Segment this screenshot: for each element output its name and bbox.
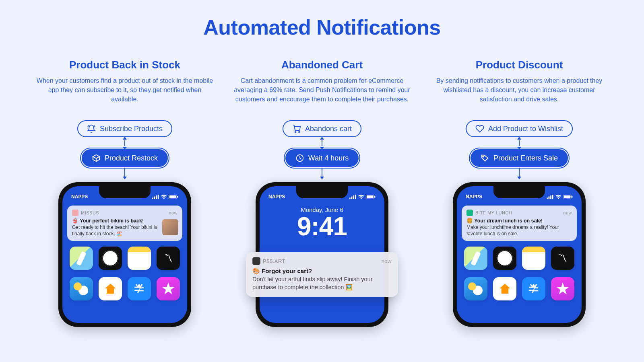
flow-diagram: Add Product to Wishlist Product Enters S…	[453, 120, 586, 327]
svg-rect-24	[572, 196, 572, 198]
column-description: When your customers find a product out o…	[36, 76, 213, 114]
column-title: Product Discount	[476, 59, 563, 71]
pill-label: Subscribe Products	[100, 125, 163, 133]
app-icon-itunes: ★	[551, 277, 574, 300]
notification-body: Don't let your artful finds slip away! F…	[252, 276, 392, 291]
pill-label: Product Enters Sale	[493, 154, 558, 162]
status-indicators	[547, 195, 573, 199]
app-icon-clock	[493, 247, 516, 270]
flow-connector	[322, 167, 322, 179]
notification-card: BITE MY LUNCH now 🍔 Your dream lunch is …	[462, 206, 577, 241]
battery-icon	[366, 195, 376, 199]
svg-rect-0	[152, 197, 153, 199]
status-indicators	[349, 195, 376, 199]
pill-label: Product Restock	[105, 154, 158, 162]
signal-icon	[349, 195, 356, 199]
notification-app-icon	[72, 210, 78, 216]
phone-mockup: NAPPS MISSUS now 👙 Your p	[58, 182, 191, 327]
page-title: Automated Notifications	[0, 0, 644, 39]
column-title: Product Back in Stock	[69, 59, 180, 71]
pill-label: Add Product to Wishlist	[488, 125, 563, 133]
svg-rect-10	[349, 197, 351, 199]
notification-card: MISSUS now 👙 Your perfect bikini is back…	[67, 206, 182, 241]
svg-point-7	[295, 132, 296, 133]
svg-rect-6	[177, 196, 178, 198]
notification-title: 🍔 Your dream lunch is on sale!	[466, 218, 572, 224]
pill-product-restock: Product Restock	[82, 149, 168, 167]
heart-icon	[475, 124, 484, 133]
svg-rect-18	[547, 197, 548, 199]
app-icon-appstore	[522, 277, 545, 300]
lock-screen-time: 9:41	[264, 212, 380, 241]
svg-rect-3	[158, 195, 159, 199]
app-icon-stocks: 〽	[157, 247, 180, 270]
app-icon-home	[99, 277, 122, 300]
cart-icon	[292, 124, 301, 133]
pill-wait-4-hours: Wait 4 hours	[285, 149, 359, 167]
phone-notch	[493, 186, 545, 198]
notification-body: Get ready to hit the beach! Your bikini …	[72, 224, 178, 237]
svg-rect-11	[351, 196, 353, 199]
svg-rect-1	[154, 196, 155, 199]
tag-icon	[481, 154, 489, 162]
phone-wrapper: NAPPS Monday, June 6 9:41	[256, 179, 388, 327]
notification-time: now	[382, 258, 392, 264]
flow-connector	[124, 137, 125, 149]
notification-time: now	[169, 210, 178, 215]
flow-connector	[519, 167, 520, 179]
svg-rect-21	[552, 195, 553, 199]
app-icon-notes	[128, 247, 151, 270]
notification-thumbnail	[162, 219, 178, 235]
app-icon-weather	[70, 277, 93, 300]
notification-title: 👙 Your perfect bikini is back!	[72, 218, 178, 224]
signal-icon	[152, 195, 159, 199]
carrier-label: NAPPS	[466, 194, 482, 200]
signal-icon	[547, 195, 553, 199]
pill-abandons-cart: Abandons cart	[283, 120, 361, 137]
pill-label: Abandons cart	[305, 125, 352, 133]
notification-app-name: BITE MY LUNCH	[475, 210, 512, 215]
flow-diagram: Subscribe Products Product Restock NAPPS	[58, 120, 191, 327]
notification-app-name: MISSUS	[81, 210, 99, 215]
app-icon-clock	[99, 247, 122, 270]
box-icon	[92, 154, 101, 162]
svg-rect-5	[169, 195, 176, 198]
columns-container: Product Back in Stock When your customer…	[0, 39, 644, 327]
notification-body: Make your lunchtime dreams a reality! Yo…	[466, 224, 572, 237]
carrier-label: NAPPS	[71, 194, 88, 200]
flow-connector	[322, 137, 322, 149]
phone-screen: NAPPS MISSUS now 👙 Your p	[62, 186, 187, 323]
svg-point-17	[483, 156, 484, 157]
app-grid: 〽 ★	[67, 247, 182, 300]
phone-screen: NAPPS BITE MY LUNCH now 🍔	[457, 186, 582, 323]
svg-rect-12	[353, 195, 354, 199]
svg-rect-2	[156, 195, 157, 199]
column-product-discount: Product Discount By sending notification…	[429, 59, 610, 327]
column-title: Abandoned Cart	[281, 59, 363, 71]
flow-connector	[519, 137, 520, 149]
column-abandoned-cart: Abandoned Cart Cart abandonment is a com…	[231, 59, 413, 327]
status-indicators	[152, 195, 178, 199]
phone-notch	[296, 186, 348, 198]
pill-add-to-wishlist: Add Product to Wishlist	[466, 120, 573, 137]
app-icon-weather	[464, 277, 487, 300]
column-description: By sending notifications to customers wh…	[431, 76, 608, 114]
pill-label: Wait 4 hours	[308, 154, 349, 162]
svg-rect-19	[549, 196, 550, 199]
app-icon-itunes: ★	[157, 277, 180, 300]
notification-app-name: P55.ART	[263, 258, 285, 264]
svg-rect-15	[367, 195, 373, 198]
svg-point-8	[299, 132, 300, 133]
notification-title: 🎨 Forgot your cart?	[252, 267, 392, 275]
app-icon-stocks: 〽	[551, 247, 574, 270]
svg-rect-13	[355, 195, 356, 199]
notification-app-icon	[252, 257, 260, 265]
phone-mockup: NAPPS BITE MY LUNCH now 🍔	[453, 182, 586, 327]
column-back-in-stock: Product Back in Stock When your customer…	[34, 59, 215, 327]
notification-card-floating: P55.ART now 🎨 Forgot your cart? Don't le…	[246, 252, 398, 297]
flow-connector	[124, 167, 125, 179]
phone-notch	[99, 186, 151, 198]
svg-rect-16	[374, 196, 375, 198]
app-icon-maps	[464, 247, 487, 270]
pill-product-enters-sale: Product Enters Sale	[471, 149, 568, 167]
